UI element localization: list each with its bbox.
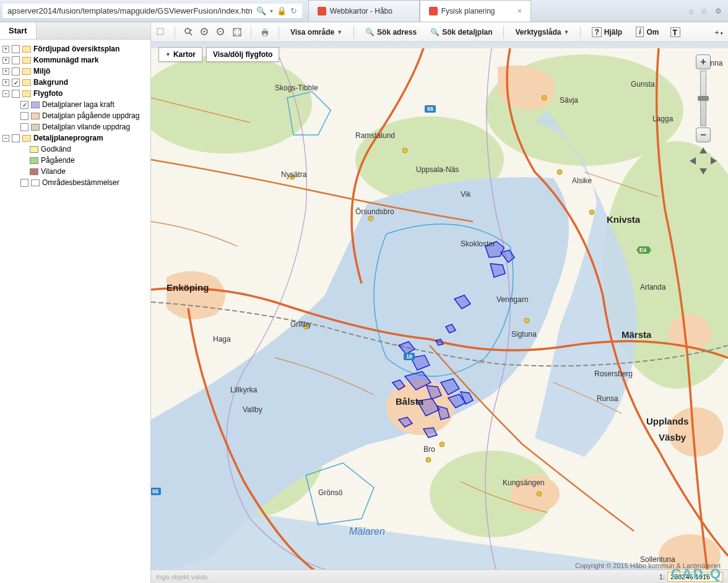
sok-detaljplan-button[interactable]: 🔍 Sök detaljplan xyxy=(428,27,495,38)
svg-text:Uppsala-Näs: Uppsala-Näs xyxy=(416,165,459,174)
zoom-extent-icon[interactable] xyxy=(232,27,242,37)
tree-item[interactable]: +Miljö xyxy=(2,66,148,77)
svg-text:Gunsta: Gunsta xyxy=(631,80,655,89)
pan-north-button[interactable] xyxy=(700,147,707,153)
map-canvas[interactable]: 55 55 18 E4 67 Skogs-Tibble xyxy=(151,42,728,583)
layer-checkbox[interactable] xyxy=(12,56,20,64)
zoom-rect-icon[interactable]: + xyxy=(184,27,194,37)
layer-checkbox[interactable] xyxy=(20,123,28,131)
tree-item[interactable]: Områdesbestämmelser xyxy=(2,177,148,188)
layer-checkbox[interactable] xyxy=(12,45,20,53)
tree-item-label: Detaljplan pågående uppdrag xyxy=(42,111,139,120)
svg-text:Märsta: Märsta xyxy=(622,329,652,340)
tree-item[interactable]: Vilande xyxy=(2,166,148,177)
zoom-out-icon[interactable] xyxy=(216,27,226,37)
tree-item[interactable]: Godkänd xyxy=(2,144,148,155)
folder-icon xyxy=(22,68,31,75)
svg-text:Vik: Vik xyxy=(461,190,471,199)
pan-east-button[interactable] xyxy=(711,157,717,165)
svg-text:Upplands: Upplands xyxy=(646,416,688,426)
layer-checkbox[interactable] xyxy=(12,79,20,87)
sidebar-tab-start[interactable]: Start xyxy=(0,22,37,39)
layer-checkbox[interactable] xyxy=(20,101,28,109)
tab-fysisk-planering[interactable]: Fysisk planering × xyxy=(420,0,531,22)
tree-item[interactable]: Pågående xyxy=(2,155,148,166)
search-icon: 🔍 xyxy=(365,28,375,37)
map-label: Skogs-Tibble xyxy=(275,84,318,92)
sidebar: Start +Fördjupad översiktsplan+Kommunägd… xyxy=(0,22,151,583)
toggle-flygfoto-button[interactable]: Visa/dölj flygfoto xyxy=(206,47,279,62)
print-icon[interactable] xyxy=(260,27,270,37)
folder-icon xyxy=(22,46,31,53)
add-tool-icon[interactable]: ＋▾ xyxy=(713,27,723,37)
zoom-out-button[interactable]: − xyxy=(696,127,711,142)
svg-text:Väsby: Väsby xyxy=(659,432,687,443)
zoom-slider[interactable] xyxy=(700,71,706,126)
svg-text:Ramstalund: Ramstalund xyxy=(355,131,395,140)
home-icon[interactable]: ⌂ xyxy=(689,7,693,15)
tab-webbkartor[interactable]: Webbkartor - Håbo xyxy=(308,0,420,22)
pan-west-button[interactable] xyxy=(690,157,696,165)
hjalp-button[interactable]: ? Hjälp xyxy=(589,26,625,38)
tab-close-icon[interactable]: × xyxy=(518,7,522,15)
tab-favicon xyxy=(318,7,326,15)
svg-text:Bro: Bro xyxy=(423,445,435,454)
app-frame: Start +Fördjupad översiktsplan+Kommunägd… xyxy=(0,22,728,583)
om-button[interactable]: i Om xyxy=(633,25,661,38)
svg-rect-12 xyxy=(263,33,267,36)
chevron-down-icon: ▼ xyxy=(165,51,171,58)
zoom-in-icon[interactable] xyxy=(200,27,210,37)
tree-item[interactable]: −Detaljplaneprogram xyxy=(2,132,148,144)
svg-text:Sävja: Sävja xyxy=(560,96,578,105)
expander-icon[interactable]: + xyxy=(2,57,9,64)
tree-item[interactable]: +Fördjupad översiktsplan xyxy=(2,43,148,54)
layer-checkbox[interactable] xyxy=(12,134,20,142)
svg-point-43 xyxy=(426,457,431,462)
tree-item-label: Vilande xyxy=(41,167,66,176)
visa-omrade-button[interactable]: Visa område ▼ xyxy=(288,27,345,38)
select-icon[interactable] xyxy=(156,27,166,37)
zoom-in-button[interactable]: + xyxy=(696,54,711,69)
tree-item[interactable]: +Bakgrund xyxy=(2,77,148,88)
folder-icon xyxy=(22,57,31,64)
star-icon[interactable]: ☆ xyxy=(701,7,708,15)
tab-label: Fysisk planering xyxy=(441,7,495,15)
svg-text:Örsundsbro: Örsundsbro xyxy=(355,207,394,216)
svg-point-41 xyxy=(537,491,542,496)
address-bar[interactable]: apserver2014/fusion/templates/mapguide/G… xyxy=(2,4,302,18)
svg-text:Rosersberg: Rosersberg xyxy=(594,369,633,378)
zoom-handle[interactable] xyxy=(698,96,709,101)
text-tool-icon[interactable]: T xyxy=(670,27,680,37)
info-icon: i xyxy=(636,27,644,37)
svg-text:Nysätra: Nysätra xyxy=(281,170,307,179)
svg-text:Arlanda: Arlanda xyxy=(640,283,666,292)
expander-icon[interactable]: + xyxy=(2,46,9,53)
expander-icon[interactable]: − xyxy=(2,90,9,97)
map-viewport[interactable]: 55 55 18 E4 67 Skogs-Tibble xyxy=(151,42,728,583)
tree-item[interactable]: +Kommunägd mark xyxy=(2,54,148,66)
layer-checkbox[interactable] xyxy=(12,90,20,98)
layer-checkbox[interactable] xyxy=(20,179,28,187)
verktygslada-button[interactable]: Verktygslåda ▼ xyxy=(513,27,571,38)
expander-icon[interactable]: + xyxy=(2,68,9,75)
browser-chrome: apserver2014/fusion/templates/mapguide/G… xyxy=(0,0,728,22)
toolbar: + Visa område ▼ 🔍 Sök adress 🔍 Sök detal… xyxy=(151,22,728,42)
tree-item[interactable]: Detaljplan vilande uppdrag xyxy=(2,121,148,132)
svg-point-35 xyxy=(557,170,562,175)
search-icon[interactable]: 🔍 xyxy=(256,6,266,15)
svg-text:Venngarn: Venngarn xyxy=(496,295,528,304)
expander-icon[interactable]: + xyxy=(2,79,9,86)
expander-icon[interactable]: − xyxy=(2,135,9,142)
tree-item-label: Detaljplan vilande uppdrag xyxy=(42,123,130,131)
layer-checkbox[interactable] xyxy=(12,67,20,76)
tree-item[interactable]: −Flygfoto xyxy=(2,88,148,99)
layer-checkbox[interactable] xyxy=(20,112,28,120)
refresh-icon[interactable]: ↻ xyxy=(290,6,297,15)
tree-item[interactable]: Detaljplaner laga kraft xyxy=(2,99,148,110)
kartor-button[interactable]: ▼ Kartor xyxy=(158,47,202,62)
tree-item[interactable]: Detaljplan pågående uppdrag xyxy=(2,110,148,121)
gear-icon[interactable]: ⚙ xyxy=(715,7,722,15)
pan-south-button[interactable] xyxy=(700,168,707,175)
sok-adress-button[interactable]: 🔍 Sök adress xyxy=(363,27,419,38)
main-panel: + Visa område ▼ 🔍 Sök adress 🔍 Sök detal… xyxy=(151,22,728,583)
